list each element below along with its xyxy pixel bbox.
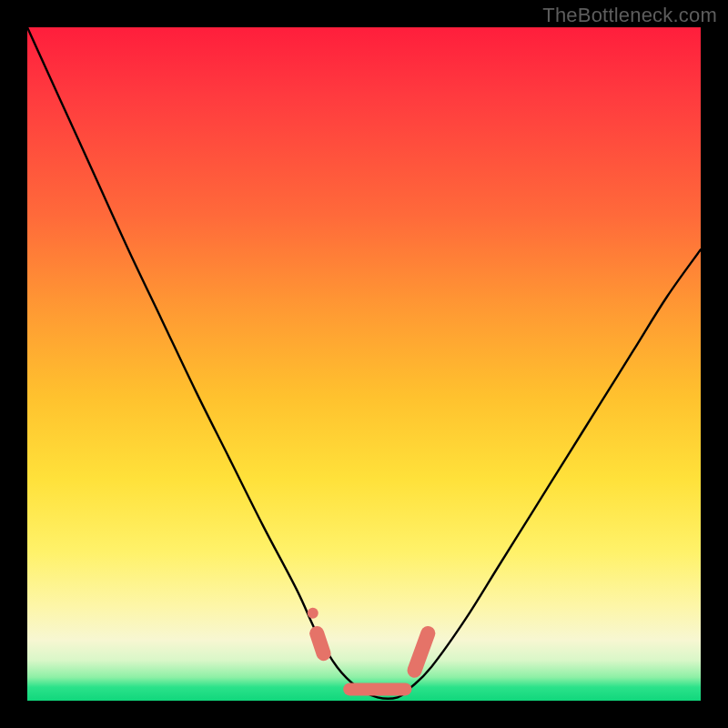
chart-frame: TheBottleneck.com <box>0 0 728 728</box>
left-capsule-marker <box>317 633 323 653</box>
marker-layer <box>308 608 429 696</box>
watermark-text: TheBottleneck.com <box>542 4 717 27</box>
lone-dot-marker <box>308 608 318 619</box>
plot-area <box>27 27 701 701</box>
curve-layer <box>27 27 701 699</box>
right-capsule-marker <box>415 633 429 671</box>
bottleneck-curve <box>27 27 701 699</box>
curve-svg <box>27 27 701 701</box>
valley-pill-marker <box>343 682 411 695</box>
